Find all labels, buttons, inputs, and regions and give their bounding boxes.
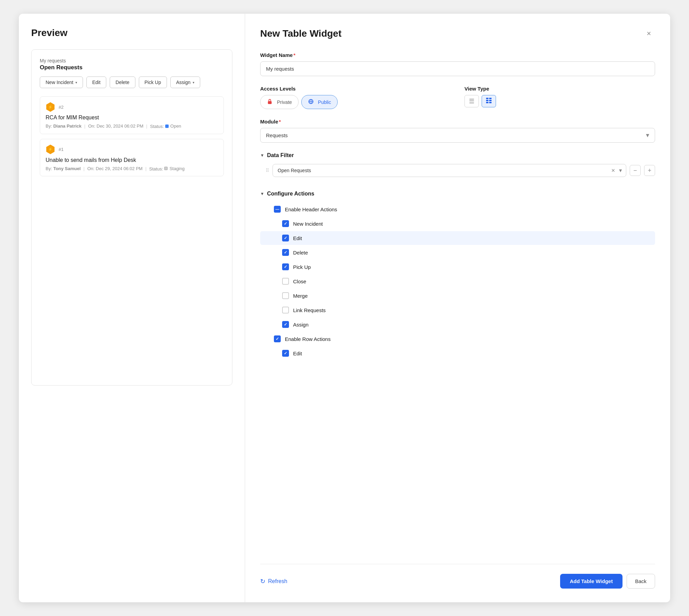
action-btn-chevron: ▾ xyxy=(193,81,194,84)
action-btn-new-incident[interactable]: New Incident▾ xyxy=(40,76,83,88)
filter-select[interactable]: Open Requests xyxy=(273,164,626,177)
header-action-checkbox[interactable] xyxy=(282,321,289,328)
enable-header-checkbox[interactable] xyxy=(274,206,281,213)
incident-icon: ⚡ xyxy=(46,102,55,112)
back-button[interactable]: Back xyxy=(627,574,655,589)
filter-plus-button[interactable]: + xyxy=(644,165,655,176)
action-btn-assign[interactable]: Assign▾ xyxy=(170,76,200,88)
module-label: Module* xyxy=(260,119,655,125)
filter-dropdown-button[interactable]: ▼ xyxy=(617,168,624,173)
left-panel: Preview My requests Open Requests New In… xyxy=(19,14,245,602)
action-btn-pick-up[interactable]: Pick Up xyxy=(139,76,167,88)
action-btn-chevron: ▾ xyxy=(75,81,77,84)
incident-on: On: Dec 29, 2024 06:02 PM xyxy=(87,166,143,171)
incident-status: Status: Staging xyxy=(149,166,184,171)
svg-rect-5 xyxy=(489,98,492,99)
incident-icon: ⚡ xyxy=(46,145,55,154)
header-action-row: Close xyxy=(260,274,655,288)
right-header: New Table Widget × xyxy=(260,27,655,40)
access-levels-section: Access Levels Private xyxy=(260,86,451,109)
module-select[interactable]: Requests xyxy=(260,128,655,143)
access-toggle-group: Private Public xyxy=(260,95,451,109)
filter-minus-button[interactable]: − xyxy=(630,165,641,176)
status-dot xyxy=(164,167,168,170)
access-public-label: Public xyxy=(318,99,331,105)
drag-handle-icon: ⠿ xyxy=(266,168,269,173)
widget-name-input[interactable] xyxy=(260,61,655,76)
header-action-label: Merge xyxy=(293,293,308,299)
filter-select-wrap: Open Requests ✕ ▼ xyxy=(273,164,626,177)
header-action-row: Link Requests xyxy=(260,303,655,317)
header-action-row: Delete xyxy=(260,246,655,259)
access-levels-label: Access Levels xyxy=(260,86,451,92)
svg-rect-4 xyxy=(486,98,488,99)
data-filter-chevron: ▼ xyxy=(260,153,264,158)
bottom-actions: Add Table Widget Back xyxy=(560,574,655,589)
list-icon: ☰ xyxy=(469,97,474,105)
view-list-button[interactable]: ☰ xyxy=(464,95,479,107)
row-action-checkbox[interactable] xyxy=(282,350,289,357)
hex-icon: ⚡ xyxy=(46,145,55,154)
header-action-checkbox[interactable] xyxy=(282,249,289,256)
separator: | xyxy=(145,166,146,171)
row-action-label: Edit xyxy=(293,351,302,356)
header-action-checkbox[interactable] xyxy=(282,307,289,313)
action-btn-delete[interactable]: Delete xyxy=(110,76,135,88)
configure-actions-chevron: ▼ xyxy=(260,191,264,196)
data-filter-section: ▼ Data Filter ⠿ Open Requests ✕ ▼ − + xyxy=(260,152,655,184)
enable-row-checkbox[interactable] xyxy=(274,335,281,342)
svg-rect-6 xyxy=(486,100,488,101)
globe-icon xyxy=(308,98,315,106)
right-panel: New Table Widget × Widget Name* Access L… xyxy=(245,14,670,602)
refresh-label: Refresh xyxy=(268,578,287,584)
header-action-row: New Incident xyxy=(260,217,655,230)
header-action-checkbox[interactable] xyxy=(282,220,289,227)
svg-rect-0 xyxy=(268,101,272,104)
data-filter-header[interactable]: ▼ Data Filter xyxy=(260,152,655,158)
view-type-toggle-group: ☰ xyxy=(464,95,655,107)
svg-rect-8 xyxy=(486,102,488,103)
access-private-label: Private xyxy=(277,99,292,105)
module-select-wrap: Requests ▼ xyxy=(260,128,655,143)
refresh-button[interactable]: ↻ Refresh xyxy=(260,578,287,585)
header-action-checkbox[interactable] xyxy=(282,292,289,299)
svg-rect-7 xyxy=(489,100,492,101)
lock-icon xyxy=(267,98,274,106)
view-type-section: View Type ☰ xyxy=(464,86,655,109)
refresh-icon: ↻ xyxy=(260,578,265,585)
card-heading: Open Requests xyxy=(40,64,224,71)
view-grid-button[interactable] xyxy=(482,95,496,107)
header-action-row: Merge xyxy=(260,289,655,303)
incident-item: ⚡ #1 Unable to send mails from Help Desk… xyxy=(40,139,224,177)
incident-num: #2 xyxy=(59,105,63,110)
configure-actions-header[interactable]: ▼ Configure Actions xyxy=(260,191,655,197)
header-action-checkbox[interactable] xyxy=(282,263,289,270)
enable-row-actions-row: Enable Row Actions xyxy=(260,332,655,346)
header-action-label: Link Requests xyxy=(293,307,326,313)
header-action-label: Close xyxy=(293,279,306,284)
data-filter-label: Data Filter xyxy=(267,152,294,158)
action-btn-edit[interactable]: Edit xyxy=(86,76,106,88)
separator: | xyxy=(146,123,147,129)
incident-title: Unable to send mails from Help Desk xyxy=(46,157,218,163)
header-action-label: Delete xyxy=(293,250,308,256)
incident-by: By: Diana Patrick xyxy=(46,123,82,129)
add-table-widget-button[interactable]: Add Table Widget xyxy=(560,574,622,589)
status-dot xyxy=(165,125,169,128)
incident-meta: By: Diana Patrick | On: Dec 30, 2024 06:… xyxy=(46,123,218,129)
incident-top: ⚡ #2 xyxy=(46,102,218,112)
access-public-button[interactable]: Public xyxy=(301,95,338,109)
action-bar: New Incident▾EditDeletePick UpAssign▾ xyxy=(40,76,224,88)
card-header: My requests Open Requests xyxy=(40,58,224,71)
bottom-bar: ↻ Refresh Add Table Widget Back xyxy=(260,564,655,589)
close-button[interactable]: × xyxy=(643,27,655,40)
header-action-checkbox[interactable] xyxy=(282,235,289,241)
status-badge: Open xyxy=(165,123,181,129)
incident-num: #1 xyxy=(59,147,63,152)
data-filter-row: ⠿ Open Requests ✕ ▼ − + xyxy=(260,164,655,177)
header-action-checkbox[interactable] xyxy=(282,278,289,285)
access-private-button[interactable]: Private xyxy=(260,95,299,109)
filter-clear-button[interactable]: ✕ xyxy=(611,168,616,173)
separator: | xyxy=(84,123,85,129)
preview-title: Preview xyxy=(31,27,232,38)
